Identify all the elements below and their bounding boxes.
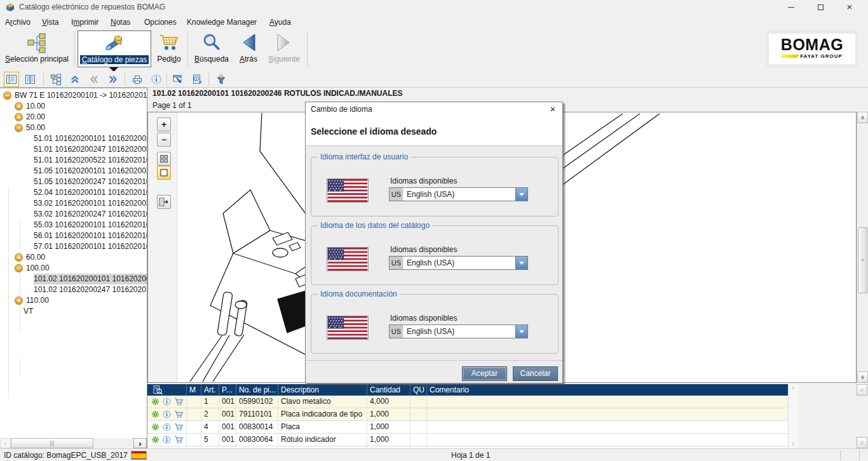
dialog-titlebar[interactable]: Cambio de idioma [306,102,562,116]
tree-item[interactable]: 51.01 101620200101 101620200246 [0,133,147,144]
scroll-up-button[interactable]: ∧ [857,112,868,123]
close-button[interactable]: × [839,0,860,15]
tree-collapse-icon[interactable]: − [3,91,11,100]
detail-view-button[interactable] [4,72,19,87]
previous-page-button[interactable] [86,72,102,87]
cart-icon[interactable] [174,423,183,431]
scroll-down-button[interactable]: ∨ [791,441,795,447]
right-pane-scrollbar[interactable]: ∧ ∨ [857,384,868,448]
table-row[interactable]: 1 001 05990102 Clavo metalico 4,000 [147,396,788,408]
tree-item[interactable]: 53.02 101620200101 101620200246 [0,198,147,209]
info-icon[interactable] [163,410,171,418]
cancel-button[interactable]: Cancelar [513,366,558,381]
table-row[interactable]: 2 001 79110101 Placa indicadora de tipo … [147,408,788,421]
dialog-close-icon[interactable]: × [547,104,559,115]
fit-view-button[interactable] [157,166,171,180]
cart-icon[interactable] [174,410,183,418]
tree-item[interactable]: 51.05 101620200101 101620200246 [0,166,147,177]
tree-item[interactable]: −50.00 [0,123,147,133]
documentation-language-select[interactable]: US English (USA) [389,324,528,338]
next-page-button[interactable] [105,72,121,87]
scroll-up-button[interactable]: ∧ [791,385,795,391]
tree-item[interactable]: 51.01 101620200247 101620200521 [0,144,147,155]
info-icon[interactable] [163,423,171,431]
tree-item[interactable]: 53.02 101620200247 101620201000 [0,209,147,220]
table-row[interactable]: 5 001 00830064 Rótulo indicador 1,000 [147,434,788,446]
column-view-button[interactable] [23,72,38,87]
gear-icon[interactable] [151,423,159,431]
cart-icon[interactable] [174,436,183,444]
menu-knowledge-manager[interactable]: Knowledge Manager [187,15,257,29]
menu-opciones[interactable]: Opciones [144,15,177,29]
export-view-button[interactable] [170,72,186,87]
dropdown-arrow-icon[interactable] [515,325,527,338]
tree-expand-icon[interactable]: + [15,102,23,110]
info-button[interactable] [149,72,164,87]
tree-item[interactable]: −100.00 [0,263,147,274]
tree-item[interactable]: 56.01 101620200101 101620201000 [0,230,147,241]
menu-ayuda[interactable]: Ayuda [269,15,291,29]
tree-item[interactable]: +10.00 [0,101,147,112]
menu-notas[interactable]: Notas [111,15,130,29]
tree-horizontal-scrollbar[interactable]: ‹ ||| › [0,438,147,448]
accept-button[interactable]: Aceptar [462,366,507,381]
tree-expand-icon[interactable]: + [15,113,23,121]
table-row[interactable]: 4 001 00830014 Placa 1,000 [147,421,788,434]
gear-icon[interactable] [151,398,159,406]
tree-view-button[interactable] [48,72,64,87]
tree-item[interactable]: 55.03 101620200101 101620201000 [0,220,147,230]
catalog-language-select[interactable]: US English (USA) [389,256,528,270]
scroll-down-button[interactable]: ∨ [857,437,867,448]
tree-item[interactable]: 51.01 101620200522 101620201000 [0,155,147,166]
tree-item[interactable]: 52.04 101620200101 101620201000 [0,187,147,198]
dropdown-arrow-icon[interactable] [515,188,527,201]
panel-toggle-button[interactable] [157,195,171,209]
info-icon[interactable] [163,436,171,444]
tree-expand-icon[interactable]: + [15,253,23,262]
menu-imprimir[interactable]: Imprimir [71,15,98,29]
tree-item[interactable]: +20.00 [0,112,147,123]
tree-expand-icon[interactable]: + [15,297,23,305]
tree-item[interactable]: 101.02 101620200247 101620201000 [0,284,147,295]
scroll-up-button[interactable]: ∧ [857,384,867,396]
scroll-down-button[interactable]: ∨ [857,371,868,383]
menu-archivo[interactable]: Archivo [5,15,31,29]
gear-icon[interactable] [151,410,159,418]
go-up-button[interactable] [67,72,83,87]
search-button[interactable]: Búsqueda [191,30,233,67]
document-info-button[interactable] [189,72,205,87]
next-button[interactable]: Siguiente [266,30,302,67]
tree-item[interactable]: 51.05 101620200247 101620201000 [0,177,147,187]
tree-item-root[interactable]: −BW 71 E 101620200101 -> 101620201000 [0,90,147,101]
scroll-left-button[interactable]: ‹ [0,438,11,448]
table-vertical-scrollbar[interactable]: ∧∨ [788,384,799,448]
drawing-vertical-scrollbar[interactable]: ∧ ≡ ∨ [857,112,868,383]
tree-item-selected[interactable]: 101.02 101620200101 101620200246 [0,274,147,284]
scroll-right-button[interactable]: › [133,438,147,448]
zoom-out-button[interactable]: − [157,133,171,147]
print-button[interactable] [130,72,145,87]
spanish-flag-icon[interactable] [131,451,147,460]
maximize-button[interactable] [810,0,831,15]
zoom-in-button[interactable]: + [157,117,171,131]
order-button[interactable]: Pedido [153,30,186,67]
ui-language-select[interactable]: US English (USA) [389,187,528,201]
tree-collapse-icon[interactable]: − [15,264,23,272]
filter-button[interactable] [214,72,229,87]
tile-view-button[interactable] [157,152,171,166]
tree-item[interactable]: +60.00 [0,252,147,263]
info-icon[interactable] [163,398,171,406]
tree-item[interactable]: +110.00 [0,295,147,306]
minimize-button[interactable] [780,0,802,15]
menu-vista[interactable]: Vista [42,15,58,29]
tree-collapse-icon[interactable]: − [15,124,23,132]
dropdown-arrow-icon[interactable] [515,257,527,269]
back-button[interactable]: Atrás [234,30,263,67]
parts-catalog-button[interactable]: Catálogo de piezas [78,30,151,67]
gear-icon[interactable] [151,436,159,444]
tree-item[interactable]: 57.01 101620200101 101620201000 [0,241,147,252]
scrollbar-thumb[interactable]: ≡ [858,227,867,293]
scrollbar-thumb[interactable]: ||| [11,438,93,448]
cart-icon[interactable] [174,398,183,406]
main-selection-button[interactable]: Selección principal [1,30,72,67]
